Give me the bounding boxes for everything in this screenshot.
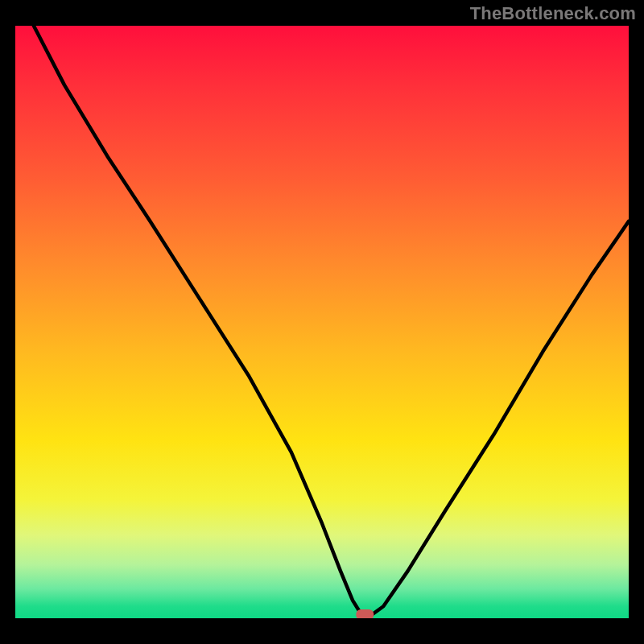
chart-frame: TheBottleneck.com [0, 0, 644, 644]
plot-outer [15, 26, 629, 618]
curve-layer [15, 26, 629, 618]
plot-area [15, 26, 629, 618]
min-marker [356, 609, 374, 618]
bottleneck-curve [34, 26, 629, 615]
attribution-label: TheBottleneck.com [470, 3, 636, 24]
